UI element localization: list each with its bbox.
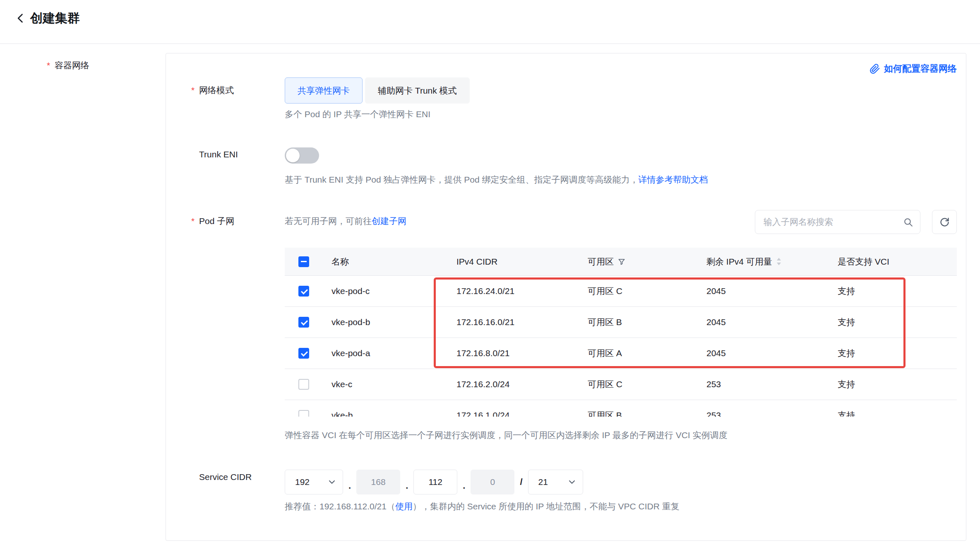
trunk-eni-hint: 基于 Trunk ENI 支持 Pod 独占弹性网卡，提供 Pod 绑定安全组、…: [285, 174, 708, 186]
service-cidr-octet1-select[interactable]: 192: [285, 470, 343, 494]
row-checkbox[interactable]: [298, 317, 309, 328]
column-header-zone: 可用区: [579, 248, 697, 275]
service-cidr-hint: 推荐值：192.168.112.0/21（使用），集群内的 Service 所使…: [285, 501, 680, 512]
trunk-eni-label: Trunk ENI: [191, 149, 238, 160]
subnet-name: vke-c: [322, 369, 447, 400]
service-cidr-octet3-input[interactable]: [413, 470, 457, 494]
subnet-cidr: 172.16.1.0/24: [447, 400, 579, 417]
column-header-cidr: IPv4 CIDR: [447, 248, 579, 275]
subnet-zone: 可用区 A: [579, 338, 697, 369]
chevron-left-icon: [15, 12, 26, 24]
subnet-vci: 支持: [829, 400, 957, 417]
subnet-zone: 可用区 C: [579, 276, 697, 306]
refresh-button[interactable]: [932, 210, 957, 234]
service-cidr-mask-select[interactable]: 21: [528, 470, 583, 494]
dot-separator: .: [463, 480, 465, 491]
table-header-row: 名称 IPv4 CIDR 可用区 剩余 IPv4 可用量 是否支持 VCI: [285, 248, 957, 276]
back-button[interactable]: [14, 10, 28, 27]
subnet-vci: 支持: [829, 307, 957, 338]
table-footer-hint: 弹性容器 VCI 在每个可用区选择一个子网进行实例调度，同一个可用区内选择剩余 …: [285, 429, 727, 441]
trunk-help-doc-link[interactable]: 详情参考帮助文档: [638, 175, 708, 184]
subnet-cidr: 172.16.8.0/21: [447, 338, 579, 369]
column-header-name: 名称: [322, 248, 447, 275]
row-checkbox[interactable]: [298, 286, 309, 297]
pod-subnet-label: *Pod 子网: [191, 215, 234, 227]
search-icon[interactable]: [903, 217, 913, 227]
help-link[interactable]: 如何配置容器网络: [870, 63, 957, 75]
required-mark: *: [47, 60, 55, 71]
container-network-card: 如何配置容器网络 *网络模式 共享弹性网卡 辅助网卡 Trunk 模式 多个 P…: [166, 53, 966, 541]
subnet-vci: 支持: [829, 369, 957, 400]
subnet-cidr: 172.16.2.0/24: [447, 369, 579, 400]
row-checkbox[interactable]: [298, 348, 309, 359]
subnet-remaining: 2045: [697, 338, 829, 369]
table-row: vke-c 172.16.2.0/24 可用区 C 253 支持: [285, 369, 957, 400]
column-header-vci: 是否支持 VCI: [829, 248, 957, 275]
service-cidr-label: Service CIDR: [191, 471, 252, 483]
toggle-knob: [286, 149, 300, 162]
network-mode-group: 共享弹性网卡 辅助网卡 Trunk 模式: [285, 77, 470, 104]
subnet-search: [755, 210, 920, 234]
section-label-container-network: *容器网络: [47, 60, 89, 71]
subnet-remaining: 253: [697, 400, 829, 417]
paperclip-icon: [870, 63, 880, 74]
create-cluster-page: 创建集群 *容器网络 如何配置容器网络 *网络模式 共享弹性网卡 辅助网卡 Tr…: [0, 0, 980, 545]
mask-value: 21: [538, 477, 548, 487]
refresh-icon: [939, 217, 950, 228]
pod-subnet-hint: 若无可用子网，可前往创建子网: [285, 215, 406, 227]
slash-separator: /: [520, 477, 522, 487]
subnet-cidr: 172.16.16.0/21: [447, 307, 579, 338]
subnet-name: vke-pod-b: [322, 307, 447, 338]
network-mode-hint: 多个 Pod 的 IP 共享一个弹性网卡 ENI: [285, 109, 430, 120]
network-mode-label: *网络模式: [191, 84, 234, 96]
subnet-zone: 可用区 B: [579, 307, 697, 338]
mode-option-shared-eni[interactable]: 共享弹性网卡: [285, 77, 363, 104]
subnet-search-input[interactable]: [764, 217, 903, 227]
table-row: vke-b 172.16.1.0/24 可用区 B 253 支持: [285, 400, 957, 417]
row-checkbox[interactable]: [298, 410, 309, 417]
table-row: vke-pod-c 172.16.24.0/21 可用区 C 2045 支持: [285, 276, 957, 307]
dot-separator: .: [348, 480, 351, 491]
create-subnet-link[interactable]: 创建子网: [372, 216, 406, 226]
subnet-vci: 支持: [829, 276, 957, 306]
table-row: vke-pod-b 172.16.16.0/21 可用区 B 2045 支持: [285, 307, 957, 338]
page-header: 创建集群: [0, 0, 980, 44]
help-link-label: 如何配置容器网络: [884, 63, 957, 75]
section-label-text: 容器网络: [55, 60, 89, 70]
column-header-remaining: 剩余 IPv4 可用量: [697, 248, 829, 275]
subnet-name: vke-pod-a: [322, 338, 447, 369]
select-all-checkbox[interactable]: [298, 256, 309, 267]
subnet-name: vke-b: [322, 400, 447, 417]
service-cidr-octet2-input: [356, 470, 400, 494]
table-row: vke-pod-a 172.16.8.0/21 可用区 A 2045 支持: [285, 338, 957, 369]
subnet-table: 名称 IPv4 CIDR 可用区 剩余 IPv4 可用量 是否支持 VCI vk…: [285, 248, 957, 417]
subnet-remaining: 253: [697, 369, 829, 400]
required-mark: *: [191, 84, 199, 96]
service-cidr-controls: 192 . . . / 21: [285, 470, 583, 494]
subnet-zone: 可用区 C: [579, 369, 697, 400]
subnet-name: vke-pod-c: [322, 276, 447, 306]
required-mark: *: [191, 215, 199, 227]
subnet-remaining: 2045: [697, 307, 829, 338]
subnet-vci: 支持: [829, 338, 957, 369]
octet1-value: 192: [295, 477, 310, 487]
trunk-eni-toggle[interactable]: [285, 147, 319, 164]
page-title: 创建集群: [30, 10, 80, 27]
service-cidr-octet4-input: [471, 470, 514, 494]
use-recommended-link[interactable]: 使用: [395, 502, 413, 511]
subnet-zone: 可用区 B: [579, 400, 697, 417]
row-checkbox[interactable]: [298, 379, 309, 390]
filter-icon[interactable]: [617, 258, 626, 266]
chevron-down-icon: [327, 477, 337, 487]
chevron-down-icon: [567, 477, 577, 487]
sort-icon[interactable]: [776, 257, 782, 266]
dot-separator: .: [406, 480, 408, 491]
subnet-cidr: 172.16.24.0/21: [447, 276, 579, 306]
subnet-remaining: 2045: [697, 276, 829, 306]
mode-option-trunk[interactable]: 辅助网卡 Trunk 模式: [365, 77, 470, 104]
